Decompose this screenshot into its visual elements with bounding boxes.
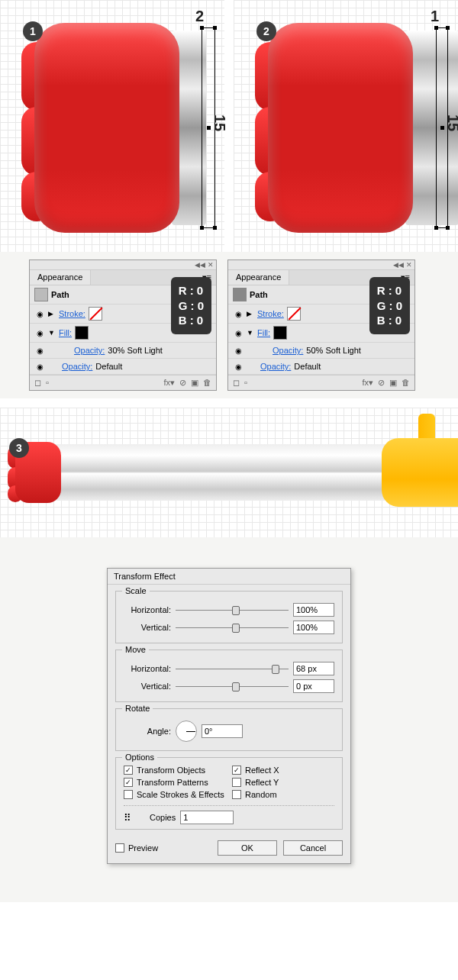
step-1-2-row: 1 2 15 2 1 15 bbox=[0, 0, 458, 252]
scale-fieldset: Scale Horizontal: Vertical: bbox=[115, 591, 343, 643]
fill-swatch[interactable] bbox=[273, 326, 287, 340]
copies-input[interactable] bbox=[180, 811, 234, 824]
reflect-x-checkbox[interactable] bbox=[232, 766, 241, 775]
visibility-icon[interactable]: ◉ bbox=[34, 327, 45, 338]
step-badge-3: 3 bbox=[9, 438, 29, 458]
appearance-tab[interactable]: Appearance bbox=[30, 270, 91, 285]
fill-link[interactable]: Fill: bbox=[257, 328, 270, 337]
panel-footer: ◻▫fx▾⊘▣🗑 bbox=[228, 375, 414, 390]
step-badge-1: 1 bbox=[23, 21, 43, 41]
move-fieldset: Move Horizontal: Vertical: bbox=[115, 650, 343, 702]
appearance-panel-2: ◀◀ ✕ Appearance ▾≡ Path ◉▶Stroke: ◉▼Fill… bbox=[227, 260, 415, 391]
dup-icon[interactable]: ▫ bbox=[244, 378, 247, 388]
stroke-link[interactable]: Stroke: bbox=[59, 309, 85, 318]
scale-h-label: Horizontal: bbox=[124, 605, 171, 614]
scale-h-slider[interactable] bbox=[176, 604, 289, 615]
transform-patterns-checkbox[interactable] bbox=[124, 778, 133, 787]
dim-width-1: 2 bbox=[195, 8, 204, 25]
fill-link[interactable]: Fill: bbox=[59, 328, 72, 337]
clear-icon[interactable]: ⊘ bbox=[378, 378, 385, 388]
scale-h-input[interactable] bbox=[293, 603, 334, 617]
rgb-tooltip: R : 0G : 0B : 0 bbox=[369, 277, 410, 334]
appearance-panels-row: ◀◀ ✕ Appearance ▾≡ Path ◉▶Stroke: ◉▼Fill… bbox=[0, 252, 458, 398]
dim-height-1: 15 bbox=[211, 114, 228, 131]
path-label: Path bbox=[250, 290, 268, 299]
new-art-icon[interactable]: ◻ bbox=[233, 378, 240, 388]
visibility-icon[interactable]: ◉ bbox=[34, 345, 45, 356]
transform-effect-dialog: Transform Effect Scale Horizontal: Verti… bbox=[107, 568, 351, 864]
opacity-link[interactable]: Opacity: bbox=[74, 346, 105, 355]
visibility-icon[interactable]: ◉ bbox=[233, 308, 244, 319]
dialog-title: Transform Effect bbox=[108, 569, 350, 585]
illustration-step-3: 3 bbox=[0, 408, 458, 537]
move-v-input[interactable] bbox=[293, 679, 334, 693]
cancel-button[interactable]: Cancel bbox=[283, 840, 343, 856]
collapse-icon[interactable]: ▼ bbox=[48, 329, 56, 337]
angle-dial[interactable] bbox=[176, 720, 197, 742]
trash-icon[interactable]: 🗑 bbox=[402, 378, 410, 388]
ok-button[interactable]: OK bbox=[218, 840, 277, 856]
stroke-link[interactable]: Stroke: bbox=[257, 309, 284, 318]
visibility-icon[interactable]: ◉ bbox=[34, 361, 45, 372]
move-h-slider[interactable] bbox=[176, 663, 289, 674]
fx-icon[interactable]: fx▾ bbox=[163, 378, 175, 388]
illustration-step-1: 1 2 15 bbox=[0, 0, 224, 252]
dim-width-2: 1 bbox=[431, 8, 439, 25]
stroke-swatch[interactable] bbox=[287, 307, 301, 321]
angle-input[interactable] bbox=[202, 724, 243, 738]
visibility-icon[interactable]: ◉ bbox=[233, 361, 244, 372]
opacity-value-2: 50% Soft Light bbox=[306, 346, 361, 355]
angle-label: Angle: bbox=[124, 727, 171, 736]
step-badge-2: 2 bbox=[256, 21, 276, 41]
rotate-fieldset: Rotate Angle: bbox=[115, 708, 343, 751]
fx-icon[interactable]: fx▾ bbox=[362, 378, 373, 388]
scale-strokes-checkbox[interactable] bbox=[124, 790, 133, 799]
opacity-link[interactable]: Opacity: bbox=[273, 346, 303, 355]
new-icon[interactable]: ▣ bbox=[191, 378, 198, 388]
move-v-slider[interactable] bbox=[176, 681, 289, 691]
new-icon[interactable]: ▣ bbox=[389, 378, 397, 388]
options-fieldset: Options Transform Objects Reflect X Tran… bbox=[115, 757, 343, 830]
path-thumb bbox=[233, 288, 247, 301]
path-label: Path bbox=[51, 290, 69, 299]
expand-icon[interactable]: ▶ bbox=[247, 310, 254, 318]
opacity-default: Default bbox=[294, 362, 321, 371]
random-checkbox[interactable] bbox=[232, 790, 241, 799]
opacity-link-2[interactable]: Opacity: bbox=[62, 362, 92, 371]
appearance-tab[interactable]: Appearance bbox=[228, 270, 289, 285]
reflect-y-checkbox[interactable] bbox=[232, 778, 241, 787]
transform-objects-checkbox[interactable] bbox=[124, 766, 133, 775]
visibility-icon[interactable]: ◉ bbox=[233, 327, 244, 338]
visibility-icon[interactable]: ◉ bbox=[233, 345, 244, 356]
scale-v-input[interactable] bbox=[293, 621, 334, 634]
scale-v-slider[interactable] bbox=[176, 622, 289, 633]
move-h-label: Horizontal: bbox=[124, 664, 171, 673]
opacity-link-2[interactable]: Opacity: bbox=[260, 362, 291, 371]
panel-collapse[interactable]: ◀◀ ✕ bbox=[228, 260, 414, 270]
path-thumb bbox=[34, 288, 48, 301]
panel-footer: ◻▫fx▾⊘▣🗑 bbox=[30, 375, 216, 390]
panel-collapse[interactable]: ◀◀ ✕ bbox=[30, 260, 216, 270]
anchor-grid-icon[interactable]: ⠿ bbox=[124, 812, 130, 824]
rgb-tooltip: R : 0G : 0B : 0 bbox=[171, 277, 211, 334]
visibility-icon[interactable]: ◉ bbox=[34, 308, 45, 319]
scale-v-label: Vertical: bbox=[124, 623, 171, 632]
opacity-value-1: 30% Soft Light bbox=[108, 346, 163, 355]
fill-swatch[interactable] bbox=[75, 326, 89, 340]
move-h-input[interactable] bbox=[293, 662, 334, 675]
appearance-panel-1: ◀◀ ✕ Appearance ▾≡ Path ◉▶Stroke: ◉▼Fill… bbox=[29, 260, 217, 391]
trash-icon[interactable]: 🗑 bbox=[203, 378, 211, 388]
copies-label: Copies bbox=[150, 813, 176, 822]
stroke-swatch[interactable] bbox=[89, 307, 102, 321]
dup-icon[interactable]: ▫ bbox=[46, 378, 49, 388]
move-v-label: Vertical: bbox=[124, 682, 171, 691]
illustration-step-2: 2 1 15 bbox=[234, 0, 458, 252]
expand-icon[interactable]: ▶ bbox=[48, 310, 56, 318]
opacity-default: Default bbox=[95, 362, 122, 371]
collapse-icon[interactable]: ▼ bbox=[247, 329, 254, 337]
clear-icon[interactable]: ⊘ bbox=[179, 378, 186, 388]
dim-height-2: 15 bbox=[444, 114, 458, 131]
preview-checkbox[interactable] bbox=[115, 843, 124, 853]
new-art-icon[interactable]: ◻ bbox=[34, 378, 41, 388]
